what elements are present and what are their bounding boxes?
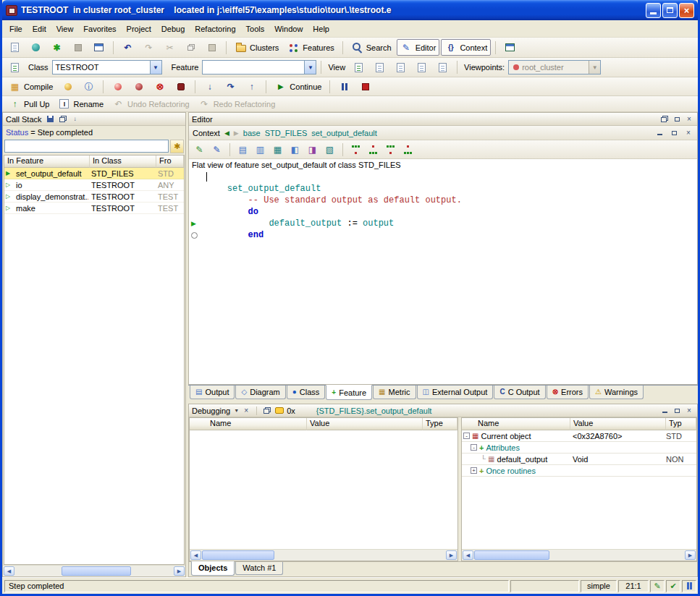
tab-objects[interactable]: Objects: [191, 561, 235, 576]
breadcrumb-cluster[interactable]: base: [243, 129, 261, 137]
object-tree-row[interactable]: ++Once routines: [462, 465, 696, 477]
tab-warnings[interactable]: ⚠Warnings: [589, 386, 644, 399]
rename-button[interactable]: IRename: [54, 95, 107, 112]
ancestors-button[interactable]: [348, 142, 363, 157]
new-document-button[interactable]: [5, 39, 25, 56]
open-document-button[interactable]: [26, 39, 46, 56]
deferred-features-button[interactable]: ◨: [305, 142, 320, 157]
callees-button[interactable]: [400, 142, 416, 157]
scrollbar-thumb[interactable]: [62, 566, 131, 576]
search-button[interactable]: Search: [347, 39, 395, 56]
scroll-left-button[interactable]: ◀: [4, 566, 14, 576]
call-stack-row[interactable]: ▷ make TESTROOT TEST: [4, 203, 184, 214]
class-combo[interactable]: TESTROOT ▼: [52, 60, 162, 74]
tab-c-output[interactable]: CC Output: [494, 386, 545, 399]
undo-button[interactable]: ↶: [118, 39, 138, 56]
descendants-button[interactable]: [366, 142, 381, 157]
undock-button[interactable]: [58, 114, 68, 124]
menu-refactoring[interactable]: Refactoring: [190, 22, 240, 35]
dropdown-button[interactable]: ↓: [70, 114, 80, 124]
menu-favorites[interactable]: Favorites: [78, 22, 121, 35]
tab-metric[interactable]: ▦Metric: [373, 386, 416, 399]
collapse-icon[interactable]: -: [463, 433, 470, 439]
feature-clauses-button[interactable]: ▥: [253, 142, 268, 157]
maximize-panel-button[interactable]: [672, 114, 682, 124]
flat-view-button[interactable]: [391, 59, 410, 76]
feature-text-button[interactable]: ▤: [235, 142, 250, 157]
scroll-left-button[interactable]: ◀: [463, 550, 473, 560]
title-bar[interactable]: TESTROOT in cluster root_cluster located…: [2, 0, 698, 20]
save-all-button[interactable]: [89, 39, 109, 56]
column-header-value[interactable]: Value: [570, 418, 666, 430]
tab-feature[interactable]: +Feature: [326, 385, 372, 400]
new-tab-button[interactable]: [5, 59, 25, 76]
edit-state-button[interactable]: ✎: [650, 580, 665, 592]
clickable-view-button[interactable]: [370, 59, 389, 76]
new-window-button[interactable]: ✱: [47, 39, 67, 56]
close-button[interactable]: ×: [679, 3, 694, 18]
object-windows-button[interactable]: [262, 406, 272, 415]
undo-refactoring-button[interactable]: ↶Undo Refactoring: [109, 95, 193, 112]
attributes-view-button[interactable]: ◧: [287, 142, 303, 157]
melt-button[interactable]: [58, 78, 77, 95]
menu-window[interactable]: Window: [269, 22, 308, 35]
chevron-down-icon[interactable]: ▼: [304, 61, 316, 74]
clusters-button[interactable]: Clusters: [231, 39, 282, 56]
tab-errors[interactable]: ⊗Errors: [547, 386, 589, 399]
menu-view[interactable]: View: [51, 22, 79, 35]
terminate-c-button[interactable]: [171, 78, 190, 95]
scroll-right-button[interactable]: ▶: [446, 550, 457, 560]
pause-button[interactable]: [334, 78, 354, 95]
compile-button[interactable]: ▦Compile: [5, 78, 56, 95]
compile-info-button[interactable]: ⓘ: [79, 78, 98, 95]
menu-tools[interactable]: Tools: [241, 22, 270, 35]
maximize-panel-button[interactable]: [672, 406, 682, 415]
column-header-value[interactable]: Value: [307, 418, 423, 430]
editor-toggle-button[interactable]: ✎Editor: [397, 39, 440, 56]
redo-button[interactable]: ↷: [139, 39, 159, 56]
stack-tool-button[interactable]: ✱: [170, 140, 184, 153]
save-button[interactable]: [68, 39, 88, 56]
stack-expression-input[interactable]: [4, 140, 169, 153]
save-call-stack-button[interactable]: [46, 114, 56, 124]
callers-button[interactable]: [383, 142, 398, 157]
column-header-name[interactable]: Name: [462, 418, 570, 430]
editor-text-area[interactable]: Flat view of feature set_output_default …: [189, 159, 697, 384]
object-tree-row[interactable]: └▦default_output Void NON: [462, 454, 696, 465]
basic-view-button[interactable]: [349, 59, 368, 76]
debugging-header[interactable]: Debugging ▼ × 0x {STD_FILES}.set_output_…: [189, 404, 697, 417]
external-commands-button[interactable]: [500, 39, 520, 56]
menu-help[interactable]: Help: [308, 22, 334, 35]
menu-file[interactable]: File: [4, 22, 28, 35]
undock-button[interactable]: [659, 114, 670, 124]
breadcrumb-class[interactable]: STD_FILES: [265, 129, 308, 137]
scrollbar-thumb[interactable]: [474, 550, 549, 560]
menu-edit[interactable]: Edit: [28, 22, 51, 35]
hex-format-button[interactable]: [274, 406, 284, 415]
object-tree-row[interactable]: -▦Current object <0x32A8760> STD: [462, 430, 696, 442]
scroll-right-button[interactable]: ▶: [174, 566, 185, 576]
paste-button[interactable]: [202, 39, 222, 56]
edit-feature-button[interactable]: ✎: [192, 142, 207, 157]
minimize-button[interactable]: [646, 3, 661, 18]
collapse-icon[interactable]: -: [471, 444, 477, 451]
column-header-name[interactable]: Name: [190, 418, 307, 430]
code-line[interactable]: end: [189, 229, 697, 241]
scroll-right-button[interactable]: ▶: [685, 550, 696, 560]
tab-watch-1[interactable]: Watch #1: [235, 562, 283, 575]
code-line[interactable]: ▶ default_output := output: [189, 218, 697, 229]
freeze-button[interactable]: [108, 78, 127, 95]
tab-output[interactable]: ▤Output: [190, 386, 235, 399]
save-state-button[interactable]: ✔: [666, 580, 680, 592]
menu-project[interactable]: Project: [122, 22, 156, 35]
column-mode-button[interactable]: [682, 580, 696, 592]
column-header-from[interactable]: Fro: [156, 156, 184, 168]
scroll-left-button[interactable]: ◀: [190, 550, 201, 560]
viewpoints-combo[interactable]: root_cluster ▼: [508, 60, 601, 74]
features-button[interactable]: Features: [284, 39, 337, 56]
watch-hscrollbar[interactable]: ◀ ▶: [190, 549, 457, 561]
contract-view-button[interactable]: [412, 59, 431, 76]
history-forward-icon[interactable]: ▶: [234, 129, 239, 137]
routines-button[interactable]: ▦: [270, 142, 285, 157]
tab-class[interactable]: ●Class: [287, 386, 326, 399]
